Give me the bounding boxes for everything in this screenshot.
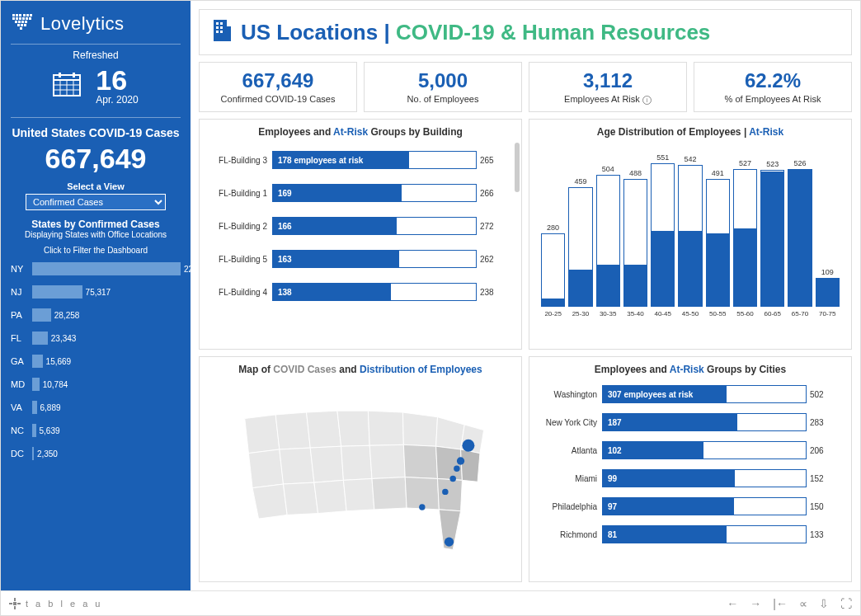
hbar-row[interactable]: FL-Building 5163262 [209,250,505,268]
svg-rect-14 [21,21,24,23]
svg-rect-27 [59,73,61,78]
svg-rect-30 [227,26,231,41]
svg-point-38 [457,457,464,464]
svg-rect-18 [24,24,26,26]
state-row[interactable]: NY223,691 [11,260,181,278]
refreshed-label: Refreshed [11,49,181,61]
scrollbar[interactable] [515,143,520,192]
states-bar-chart[interactable]: NY223,691NJ75,317PA28,258FL23,343GA15,66… [11,260,181,463]
age-column[interactable]: 48835-40 [623,169,647,317]
cities-bar-chart[interactable]: Washington307 employees at risk502New Yo… [536,382,845,543]
hbar-row[interactable]: FL-Building 2166272 [209,217,505,235]
svg-rect-31 [216,22,219,25]
svg-rect-48 [13,602,16,605]
age-column[interactable]: 54245-50 [678,155,702,317]
age-title: Age Distribution of Employees | At-Risk [536,126,845,138]
age-column[interactable]: 45925-30 [568,177,592,317]
svg-rect-34 [220,26,223,29]
age-column[interactable]: 10970-75 [816,268,840,317]
hbar-row[interactable]: New York City187283 [539,413,835,431]
share-icon[interactable]: ∝ [799,597,807,610]
building-icon [211,18,233,46]
kpi-2: 3,112Employees At Risk i [529,62,687,112]
us-map[interactable] [206,382,515,563]
content: US Locations | COVID-19 & Human Resource… [191,1,860,590]
age-column[interactable]: 28020-25 [541,223,565,317]
reset-icon[interactable]: |← [773,597,788,610]
svg-point-39 [454,466,459,472]
info-icon[interactable]: i [642,96,652,105]
download-icon[interactable]: ⇩ [819,597,829,610]
hbar-row[interactable]: Philadelphia97150 [539,497,835,515]
svg-rect-1 [16,14,18,16]
state-row[interactable]: NJ75,317 [11,283,181,301]
hbar-row[interactable]: Miami99152 [539,469,835,487]
svg-rect-13 [18,21,21,23]
svg-rect-32 [220,22,223,25]
fullscreen-icon[interactable]: ⛶ [840,597,852,610]
svg-rect-17 [21,24,23,26]
age-column-chart[interactable]: 28020-2545925-3050430-3548835-4055140-45… [536,144,845,317]
svg-rect-10 [26,17,28,20]
hbar-row[interactable]: FL-Building 1169266 [209,184,505,202]
hbar-row[interactable]: Richmond81133 [539,525,835,543]
age-column[interactable]: 49150-55 [706,169,730,317]
map-title: Map of COVID Cases and Distribution of E… [206,364,515,375]
select-view-label: Select a View [11,181,181,191]
hbar-row[interactable]: FL-Building 4138238 [209,283,505,301]
footer: t a b l e a u ← → |← ∝ ⇩ ⛶ [1,590,860,615]
svg-point-37 [462,440,474,452]
hbar-row[interactable]: Washington307 employees at risk502 [539,385,835,403]
age-column[interactable]: 55140-45 [651,153,675,317]
refreshed-date: 16 Apr. 2020 [11,66,181,106]
state-row[interactable]: NC5,639 [11,421,181,440]
brand: Lovelytics [11,12,181,45]
svg-rect-11 [29,17,31,20]
map-card: Map of COVID Cases and Distribution of E… [199,356,522,582]
view-select[interactable]: Confirmed Cases [26,194,166,210]
svg-rect-3 [23,14,26,16]
page-title: US Locations | COVID-19 & Human Resource… [241,20,710,45]
sidebar: Lovelytics Refreshed 16 Apr. 2020 United… [1,1,191,590]
svg-point-43 [445,538,454,547]
age-column[interactable]: 50430-35 [596,165,620,317]
hbar-row[interactable]: FL-Building 3178 employees at risk265 [209,151,505,169]
refreshed-day: 16 [96,66,138,94]
age-column[interactable]: 52755-60 [733,159,757,317]
cities-title: Employees and At-Risk Groups by Cities [536,364,845,375]
state-row[interactable]: DC2,350 [11,444,181,463]
undo-icon[interactable]: ← [727,597,738,610]
buildings-bar-chart[interactable]: FL-Building 3178 employees at risk265FL-… [206,144,515,301]
svg-rect-7 [16,17,18,20]
page-header: US Locations | COVID-19 & Human Resource… [199,9,852,55]
svg-rect-45 [14,606,16,609]
svg-rect-16 [17,24,20,26]
svg-rect-8 [19,17,21,20]
svg-rect-46 [9,603,12,604]
svg-point-40 [449,476,455,482]
state-row[interactable]: FL23,343 [11,329,181,347]
svg-rect-5 [30,14,32,16]
svg-rect-4 [26,14,29,16]
svg-rect-28 [73,73,75,78]
svg-rect-6 [12,17,15,20]
buildings-title: Employees and At-Risk Groups by Building [206,126,515,138]
refreshed-month: Apr. 2020 [96,94,138,106]
state-row[interactable]: MD10,784 [11,375,181,393]
age-column[interactable]: 52665-70 [788,159,812,317]
kpi-0: 667,649Confirmed COVID-19 Cases [199,62,357,112]
filter-hint: Click to Filter the Dashboard [11,246,181,255]
states-title: States by Confirmed Cases [11,219,181,230]
brand-heart-icon [11,12,34,35]
state-row[interactable]: GA15,669 [11,352,181,370]
hbar-row[interactable]: Atlanta102206 [539,441,835,459]
svg-rect-15 [25,21,27,23]
buildings-card: Employees and At-Risk Groups by Building… [199,119,522,350]
state-row[interactable]: PA28,258 [11,306,181,324]
state-row[interactable]: VA6,889 [11,398,181,416]
brand-name: Lovelytics [40,13,125,35]
states-subtitle: Displaying States with Office Locations [11,230,181,239]
age-column[interactable]: 52360-65 [760,160,784,317]
svg-rect-2 [19,14,21,16]
redo-icon[interactable]: → [750,597,761,610]
